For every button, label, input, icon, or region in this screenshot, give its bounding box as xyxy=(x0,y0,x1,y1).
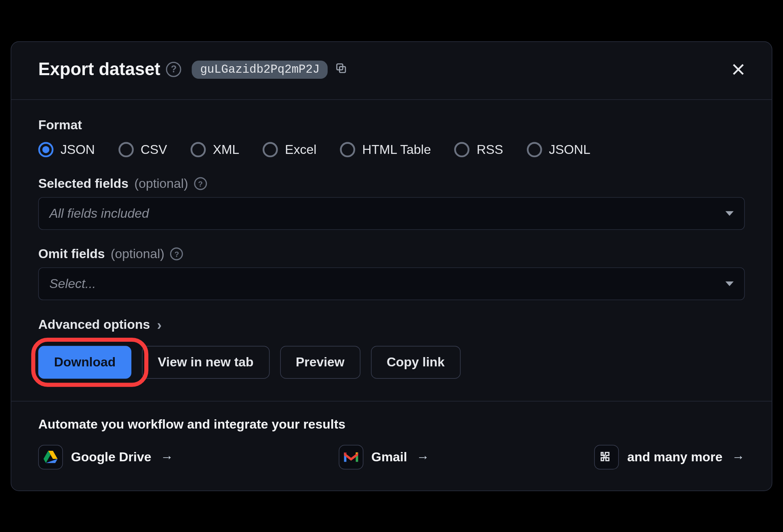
omit-fields-label-row: Omit fields (optional) ? xyxy=(38,246,745,261)
format-option-json[interactable]: JSON xyxy=(38,142,95,157)
copy-link-button[interactable]: Copy link xyxy=(371,346,461,378)
radio-label: Excel xyxy=(285,142,316,157)
close-button[interactable] xyxy=(726,57,751,82)
modal-footer: Automate you workflow and integrate your… xyxy=(11,401,772,490)
action-button-row: Download View in new tab Preview Copy li… xyxy=(38,346,745,378)
help-icon[interactable]: ? xyxy=(194,177,207,190)
radio-label: CSV xyxy=(141,142,167,157)
selected-fields-select[interactable]: All fields included xyxy=(38,197,745,229)
radio-icon xyxy=(340,142,355,157)
radio-label: JSON xyxy=(61,142,95,157)
format-radio-group: JSON CSV XML Excel HTML Table RSS xyxy=(38,142,745,157)
radio-label: RSS xyxy=(477,142,503,157)
chevron-right-icon: › xyxy=(157,316,162,333)
integration-label: and many more xyxy=(627,449,722,465)
arrow-right-icon: → xyxy=(417,449,429,465)
integration-label: Gmail xyxy=(371,449,407,465)
advanced-options-label: Advanced options xyxy=(38,317,150,332)
format-option-rss[interactable]: RSS xyxy=(455,142,503,157)
radio-label: HTML Table xyxy=(362,142,431,157)
preview-button[interactable]: Preview xyxy=(280,346,360,378)
export-dataset-modal: Export dataset ? guLGazidb2Pq2mP2J Forma… xyxy=(11,41,772,491)
format-option-xml[interactable]: XML xyxy=(191,142,240,157)
dataset-id-chip: guLGazidb2Pq2mP2J xyxy=(192,60,328,78)
omit-fields-label: Omit fields xyxy=(38,246,105,261)
integration-google-drive[interactable]: Google Drive → xyxy=(38,445,174,469)
radio-icon xyxy=(263,142,278,157)
gmail-icon xyxy=(339,445,363,469)
format-option-csv[interactable]: CSV xyxy=(118,142,167,157)
help-icon[interactable]: ? xyxy=(166,61,181,77)
arrow-right-icon: → xyxy=(161,449,174,465)
advanced-options-toggle[interactable]: Advanced options › xyxy=(38,316,745,333)
view-new-tab-button[interactable]: View in new tab xyxy=(142,346,269,378)
puzzle-icon xyxy=(594,445,619,469)
google-drive-icon xyxy=(38,445,63,469)
integration-many-more[interactable]: and many more → xyxy=(594,445,745,469)
format-option-jsonl[interactable]: JSONL xyxy=(526,142,590,157)
select-placeholder: All fields included xyxy=(49,206,149,221)
modal-header: Export dataset ? guLGazidb2Pq2mP2J xyxy=(11,42,772,100)
modal-title: Export dataset xyxy=(38,59,160,79)
radio-icon xyxy=(455,142,470,157)
selected-fields-label-row: Selected fields (optional) ? xyxy=(38,176,745,191)
integration-label: Google Drive xyxy=(71,449,152,465)
radio-icon xyxy=(118,142,134,157)
radio-icon xyxy=(191,142,206,157)
format-label: Format xyxy=(38,117,745,132)
format-option-html-table[interactable]: HTML Table xyxy=(340,142,431,157)
copy-icon[interactable] xyxy=(335,61,348,77)
download-button[interactable]: Download xyxy=(38,346,132,378)
radio-label: XML xyxy=(213,142,240,157)
optional-text: (optional) xyxy=(111,246,164,261)
select-placeholder: Select... xyxy=(49,276,96,291)
integrations-row: Google Drive → Gmail → xyxy=(38,445,745,469)
radio-label: JSONL xyxy=(549,142,591,157)
radio-icon xyxy=(526,142,542,157)
chevron-down-icon xyxy=(726,211,734,216)
optional-text: (optional) xyxy=(135,176,188,191)
footer-title: Automate you workflow and integrate your… xyxy=(38,416,745,432)
format-option-excel[interactable]: Excel xyxy=(263,142,316,157)
selected-fields-label: Selected fields xyxy=(38,176,128,191)
integration-gmail[interactable]: Gmail → xyxy=(339,445,429,469)
close-icon xyxy=(730,61,747,78)
radio-icon xyxy=(38,142,54,157)
chevron-down-icon xyxy=(726,281,734,286)
modal-body: Format JSON CSV XML Excel HTML Table xyxy=(11,100,772,401)
arrow-right-icon: → xyxy=(732,449,745,465)
omit-fields-select[interactable]: Select... xyxy=(38,267,745,300)
help-icon[interactable]: ? xyxy=(170,247,183,260)
